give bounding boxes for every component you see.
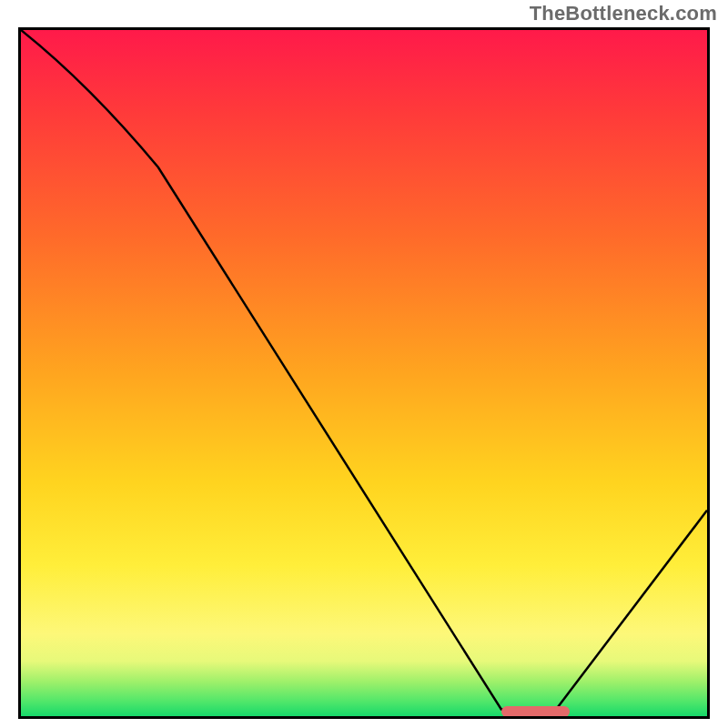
watermark-text: TheBottleneck.com bbox=[530, 2, 717, 25]
optimal-range-marker bbox=[501, 706, 570, 717]
bottleneck-curve bbox=[21, 30, 707, 716]
plot-area bbox=[18, 27, 710, 719]
curve-path bbox=[21, 30, 707, 709]
chart-container: TheBottleneck.com bbox=[0, 0, 728, 728]
